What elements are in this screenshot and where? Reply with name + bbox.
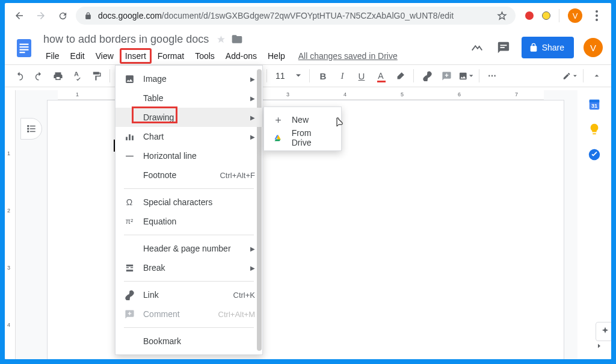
comments-icon[interactable]	[495, 39, 512, 56]
insert-image-button[interactable]	[458, 69, 473, 83]
activity-icon[interactable]	[469, 39, 485, 56]
undo-button[interactable]	[12, 69, 26, 83]
chrome-menu-button[interactable]	[591, 10, 603, 21]
keep-icon[interactable]	[588, 123, 601, 136]
collapse-toolbar-button[interactable]	[590, 69, 604, 83]
formatting-toolbar: 11 B I U A ⋯	[5, 64, 611, 87]
vertical-ruler[interactable]: 1 2 3 4	[5, 90, 16, 359]
menu-item-bookmark[interactable]: Bookmark	[116, 332, 262, 351]
star-icon[interactable]	[497, 11, 507, 21]
omega-icon: Ω	[124, 197, 135, 208]
bold-button[interactable]: B	[316, 69, 330, 83]
menu-item-equation[interactable]: π²Equation	[116, 212, 262, 231]
drawing-icon	[124, 112, 135, 123]
menu-file[interactable]: File	[41, 49, 64, 63]
print-button[interactable]	[51, 69, 65, 83]
profile-avatar[interactable]: V	[568, 8, 582, 23]
svg-rect-19	[132, 135, 134, 140]
side-panel-toggle[interactable]	[596, 342, 603, 350]
tasks-icon[interactable]	[588, 148, 601, 161]
font-size-value: 11	[276, 71, 285, 81]
forward-button[interactable]	[32, 7, 49, 24]
menu-item-drawing[interactable]: Drawing▶	[116, 108, 262, 127]
menu-item-special-characters[interactable]: ΩSpecial characters	[116, 193, 262, 212]
menu-item-horizontal-line[interactable]: Horizontal line	[116, 146, 262, 165]
reload-button[interactable]	[54, 7, 71, 24]
extension-icon[interactable]	[525, 11, 534, 20]
menu-item-footnote[interactable]: FootnoteCtrl+Alt+F	[116, 165, 262, 185]
back-button[interactable]	[11, 7, 28, 24]
svg-rect-12	[30, 131, 35, 132]
underline-button[interactable]: U	[354, 69, 369, 83]
menu-help[interactable]: Help	[263, 49, 290, 63]
menu-item-link[interactable]: LinkCtrl+K	[116, 285, 262, 304]
svg-rect-6	[500, 47, 504, 48]
add-comment-button[interactable]	[439, 69, 454, 83]
menu-item-header-page-number[interactable]: Header & page number▶	[116, 239, 262, 258]
folder-icon[interactable]	[231, 33, 243, 45]
link-icon	[124, 289, 135, 300]
svg-rect-3	[20, 49, 29, 51]
outline-toggle-button[interactable]	[20, 118, 42, 140]
plus-icon	[273, 114, 283, 125]
calendar-icon[interactable]: 31	[588, 97, 601, 111]
svg-text:31: 31	[591, 103, 597, 109]
menu-item-comment: CommentCtrl+Alt+M	[116, 304, 262, 324]
star-icon[interactable]	[216, 34, 226, 45]
svg-rect-11	[27, 131, 29, 132]
italic-button[interactable]: I	[335, 69, 350, 83]
url-text: docs.google.com/document/d/1swGXBGdgew72…	[98, 11, 491, 20]
paint-format-button[interactable]	[89, 69, 103, 83]
submenu-item-new[interactable]: New	[264, 111, 341, 129]
mouse-cursor-icon	[333, 117, 344, 131]
menu-item-chart[interactable]: Chart▶	[116, 127, 262, 146]
save-status[interactable]: All changes saved in Drive	[298, 51, 398, 61]
svg-rect-18	[129, 134, 131, 140]
share-button[interactable]: Share	[522, 37, 574, 58]
extension-icon[interactable]	[542, 11, 550, 20]
chart-icon	[124, 131, 135, 142]
highlight-button[interactable]	[393, 69, 407, 83]
redo-button[interactable]	[31, 69, 46, 83]
svg-rect-7	[27, 125, 29, 127]
address-bar[interactable]: docs.google.com/document/d/1swGXBGdgew72…	[76, 7, 516, 25]
document-title[interactable]: how to add borders in google docs	[41, 32, 211, 47]
svg-rect-8	[30, 126, 35, 127]
menu-view[interactable]: View	[91, 49, 119, 63]
image-icon	[124, 73, 135, 84]
menu-edit[interactable]: Edit	[66, 49, 90, 63]
more-button[interactable]: ⋯	[485, 69, 500, 83]
svg-rect-2	[20, 46, 29, 48]
svg-rect-17	[126, 137, 128, 140]
font-size-select[interactable]: 11	[273, 71, 303, 81]
svg-rect-10	[30, 128, 35, 129]
equation-icon: π²	[124, 216, 135, 227]
spellcheck-button[interactable]	[70, 69, 84, 83]
svg-rect-5	[500, 45, 507, 46]
side-panel: 31	[578, 90, 611, 359]
account-avatar[interactable]: V	[584, 38, 603, 57]
menu-addons[interactable]: Add-ons	[221, 49, 262, 63]
menu-item-image[interactable]: Image▶	[116, 69, 262, 88]
browser-toolbar: docs.google.com/document/d/1swGXBGdgew72…	[5, 3, 611, 28]
menu-tools[interactable]: Tools	[190, 49, 220, 63]
menu-item-break[interactable]: Break▶	[116, 258, 262, 277]
table-icon	[124, 93, 135, 103]
svg-rect-14	[590, 100, 600, 103]
text-color-button[interactable]: A	[374, 69, 388, 83]
docs-header: how to add borders in google docs File E…	[5, 28, 611, 64]
share-lock-icon	[529, 43, 538, 52]
explore-button[interactable]	[596, 322, 611, 341]
share-label: Share	[542, 43, 564, 52]
menu-insert[interactable]: Insert	[120, 48, 152, 64]
svg-rect-4	[20, 52, 25, 53]
insert-link-button[interactable]	[420, 69, 434, 83]
docs-logo-icon[interactable]	[13, 37, 35, 59]
submenu-item-from-drive[interactable]: From Drive	[264, 129, 341, 147]
menu-format[interactable]: Format	[153, 49, 189, 63]
break-icon	[124, 262, 135, 273]
menu-item-table[interactable]: Table▶	[116, 88, 262, 108]
editing-mode-button[interactable]	[562, 69, 577, 83]
svg-rect-9	[27, 128, 29, 130]
comment-icon	[124, 309, 135, 319]
